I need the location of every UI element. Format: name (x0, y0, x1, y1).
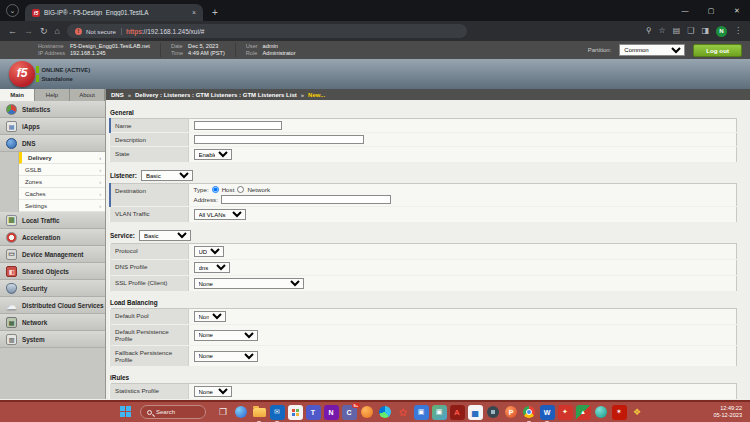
teams-chat-icon[interactable]: C9+ (342, 405, 357, 420)
vlan-traffic-select[interactable]: All VLANs (194, 209, 246, 220)
protocol-select[interactable]: UDP (194, 246, 224, 257)
service-mode-select[interactable]: Basic (139, 230, 191, 241)
minimize-button[interactable]: — (672, 0, 698, 21)
outlook-icon[interactable]: ✉ (270, 405, 285, 420)
system-icon: ▥ (6, 334, 17, 345)
tab-main[interactable]: Main (0, 89, 35, 101)
partition-select[interactable]: Common (619, 44, 685, 56)
file-explorer-icon[interactable] (252, 405, 267, 420)
type-network-radio[interactable] (237, 186, 244, 193)
powerpoint-icon[interactable]: P (504, 405, 519, 420)
system-clock[interactable]: 12:49:22 05-12-2023 (713, 405, 750, 419)
submenu-item-delivery[interactable]: Delivery › (19, 152, 105, 164)
search-icon (147, 410, 152, 415)
sidebar-item-security[interactable]: Security (0, 280, 105, 297)
url-text[interactable]: https://192.168.1.245/xui/# (126, 28, 204, 35)
tab-search-caret-icon[interactable]: ⌄ (6, 4, 19, 17)
state-select[interactable]: Enabled (194, 149, 232, 160)
extension-icon[interactable]: ▤ (673, 27, 681, 35)
camera-app-icon[interactable] (486, 405, 501, 420)
onenote-icon[interactable]: N (324, 405, 339, 420)
app-yellow-icon[interactable]: ❖ (630, 405, 645, 420)
submenu-item-gslb[interactable]: GSLB › (19, 164, 105, 176)
default-pool-select[interactable]: None (194, 311, 226, 322)
tab-help[interactable]: Help (35, 89, 70, 101)
photos-icon[interactable]: ▣ (414, 405, 429, 420)
taskbar-search[interactable]: Search (140, 405, 206, 419)
zoom-icon[interactable]: ⚲ (646, 27, 652, 35)
new-tab-button[interactable]: + (212, 7, 218, 18)
submenu-item-label: Zones (25, 178, 42, 185)
maximize-button[interactable]: ▢ (698, 0, 724, 21)
chevron-right-icon: › (99, 179, 101, 185)
close-button[interactable]: ✕ (724, 0, 750, 21)
microsoft-store-icon[interactable] (288, 405, 303, 420)
ssl-profile-select[interactable]: None (194, 278, 304, 289)
local-traffic-icon: ▦ (6, 215, 17, 226)
side-panel-icon[interactable]: ◨ (701, 27, 709, 35)
app-green-icon[interactable]: ▲ (576, 405, 591, 420)
app-red-2-icon[interactable]: ✶ (612, 405, 627, 420)
word-icon[interactable]: W (540, 405, 555, 420)
address-bar[interactable]: ! Not secure https://192.168.1.245/xui/# (67, 24, 467, 38)
search-app-icon[interactable] (360, 405, 375, 420)
extensions-puzzle-icon[interactable]: ❑ (687, 27, 694, 35)
sidebar-item-network[interactable]: ▤ Network (0, 314, 105, 331)
user-info-group: User admin Role Administrator (236, 43, 306, 57)
sidebar-item-statistics[interactable]: Statistics (0, 101, 105, 118)
sidebar-item-local-traffic[interactable]: ▦ Local Traffic (0, 212, 105, 229)
fallback-persistence-profile-select[interactable]: None (194, 351, 258, 362)
profile-avatar[interactable]: N (716, 26, 727, 37)
protocol-label: Protocol (110, 244, 188, 260)
state-label: State (110, 147, 188, 163)
status-standalone: Standalone (36, 75, 90, 82)
forward-icon[interactable]: → (24, 27, 33, 36)
statistics-profile-select[interactable]: None (194, 386, 232, 397)
sidebar-item-device-management[interactable]: ▭ Device Management (0, 246, 105, 263)
sidebar-item-acceleration[interactable]: Acceleration (0, 229, 105, 246)
teams-icon[interactable]: T (306, 405, 321, 420)
address-input[interactable] (221, 195, 391, 204)
app-red-icon[interactable]: ✦ (558, 405, 573, 420)
back-icon[interactable]: ← (8, 27, 17, 36)
breadcrumb-path[interactable]: Delivery : Listeners : GTM Listeners : G… (135, 92, 297, 98)
gallery-icon[interactable]: ▣ (432, 405, 447, 420)
start-button[interactable] (120, 406, 132, 418)
shield-icon (6, 283, 17, 294)
chrome-icon[interactable] (522, 405, 537, 420)
submenu-item-caches[interactable]: Caches › (19, 188, 105, 200)
default-persistence-profile-select[interactable]: None (194, 330, 258, 341)
sidebar-item-iapps[interactable]: ▤ iApps (0, 118, 105, 135)
dns-profile-select[interactable]: dns (194, 262, 230, 273)
listener-mode-select[interactable]: Basic (141, 170, 193, 181)
type-host-radio[interactable] (212, 186, 219, 193)
edge-icon[interactable] (378, 405, 393, 420)
browser-menu-icon[interactable]: ⋮ (734, 27, 742, 35)
task-view-icon[interactable]: ❐ (216, 405, 231, 420)
sidebar-item-system[interactable]: ▥ System (0, 331, 105, 348)
app-teal-icon[interactable] (594, 405, 609, 420)
browser-tab[interactable]: f5 BIG-IP® - F5-Design_Engg01.TestLA × (25, 4, 203, 21)
name-input[interactable] (194, 121, 282, 130)
app-red-flower-icon[interactable]: ✿ (396, 405, 411, 420)
tab-about[interactable]: About (70, 89, 105, 101)
sidebar-item-label: DNS (22, 140, 36, 147)
not-secure-label[interactable]: Not secure (86, 28, 122, 35)
url-rest: ://192.168.1.245/xui/# (142, 28, 205, 35)
reload-icon[interactable]: ↻ (40, 27, 48, 36)
copilot-icon[interactable] (234, 405, 249, 420)
sidebar-item-distributed-cloud-services[interactable]: ☁ Distributed Cloud Services (0, 297, 105, 314)
logout-button[interactable]: Log out (693, 44, 742, 57)
table-row: Name (110, 119, 737, 133)
description-input[interactable] (194, 135, 364, 144)
sidebar-item-shared-objects[interactable]: ◧ Shared Objects (0, 263, 105, 280)
acrobat-icon[interactable]: A (450, 405, 465, 420)
submenu-item-settings[interactable]: Settings › (19, 200, 105, 212)
home-icon[interactable]: ⌂ (55, 27, 60, 36)
chart-app-icon[interactable]: ▅ (468, 405, 483, 420)
sidebar-item-dns[interactable]: DNS (0, 135, 105, 152)
tab-close-icon[interactable]: × (192, 9, 196, 16)
bookmark-star-icon[interactable]: ☆ (659, 27, 666, 35)
breadcrumb-root[interactable]: DNS (111, 92, 124, 98)
submenu-item-zones[interactable]: Zones › (19, 176, 105, 188)
